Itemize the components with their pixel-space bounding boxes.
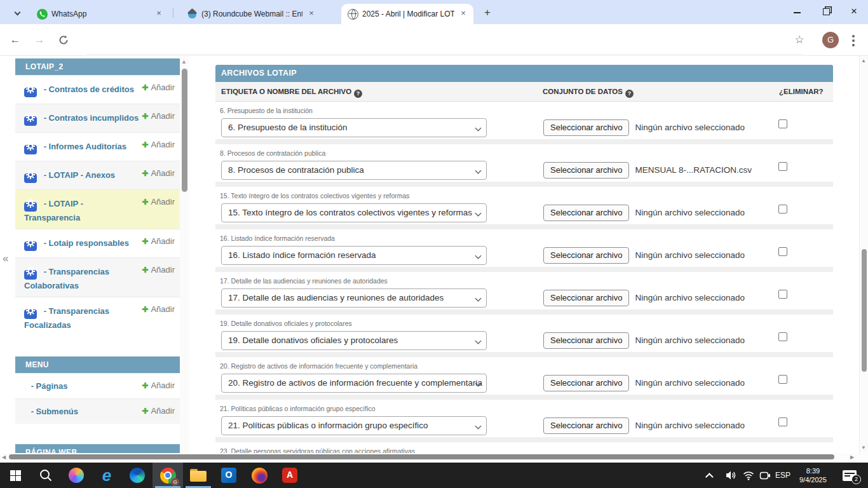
scroll-left-icon[interactable] (2, 454, 6, 460)
sidebar-item-label: - Páginas (31, 381, 68, 391)
sidebar-collapse-button[interactable] (3, 252, 8, 265)
eliminar-checkbox[interactable] (778, 417, 787, 426)
add-link[interactable]: Añadir (142, 196, 175, 208)
seleccionar-archivo-button[interactable]: Seleccionar archivo (543, 417, 629, 434)
file-status-text: Ningún archivo seleccionado (635, 378, 745, 388)
sidebar-item-lotaip-transparencia[interactable]: Añadir - LOTAIP - Transparencia (15, 189, 180, 229)
add-link[interactable]: Añadir (142, 139, 175, 151)
add-link[interactable]: Añadir (142, 264, 175, 276)
add-link[interactable]: Añadir (142, 168, 175, 179)
add-link[interactable]: Añadir (142, 111, 175, 122)
close-window-button[interactable] (840, 0, 868, 24)
add-link[interactable]: Añadir (142, 236, 175, 247)
browser-toolbar: sanjuan.gob.ec/admin/lotaip_2/lotaipv2/2… (0, 24, 868, 56)
sidebar-item-contratos-creditos[interactable]: Añadir - Contratos de créditos (15, 75, 180, 104)
archivo-select[interactable]: 21. Políticas públicas o información gru… (221, 416, 487, 435)
sidebar-scrollbar[interactable] (180, 56, 189, 453)
archivo-select[interactable]: 8. Procesos de contratación publica (221, 161, 487, 180)
new-tab-button[interactable] (480, 6, 494, 20)
eliminar-checkbox[interactable] (778, 162, 787, 171)
bookmark-star-icon[interactable] (792, 32, 807, 48)
back-button[interactable] (8, 32, 23, 48)
seleccionar-archivo-button[interactable]: Seleccionar archivo (543, 247, 629, 264)
page-horizontal-scrollbar[interactable] (0, 453, 868, 461)
taskbar-chrome-button[interactable]: G (153, 463, 183, 488)
forward-button[interactable] (32, 32, 47, 48)
tray-notification-button[interactable]: 2 (843, 463, 857, 488)
browser-menu-icon[interactable] (852, 35, 855, 37)
tray-clock[interactable]: 8:39 9/4/2025 (799, 463, 827, 488)
sidebar-item-transparencias-colaborativas[interactable]: Añadir - Transparencias Colaborativas (15, 257, 180, 297)
notification-icon: 2 (843, 470, 857, 481)
sidebar-item-contratos-incumplidos[interactable]: Añadir - Contratos incumplidos (15, 104, 180, 132)
sidebar-item-label: - Transparencias Focalizadas (24, 306, 109, 330)
seleccionar-archivo-button[interactable]: Seleccionar archivo (543, 290, 629, 306)
tray-wifi-button[interactable] (743, 463, 754, 488)
start-button[interactable] (0, 463, 31, 488)
reload-button[interactable] (56, 32, 71, 48)
eliminar-checkbox[interactable] (778, 247, 787, 256)
scroll-up-icon[interactable] (181, 58, 187, 65)
browser-titlebar: WhatsApp (3) Roundcube Webmail :: Entra … (0, 0, 868, 24)
gear-icon (24, 236, 37, 252)
tray-show-hidden-button[interactable] (708, 463, 714, 488)
eliminar-checkbox[interactable] (778, 205, 787, 214)
tray-volume-button[interactable] (726, 463, 737, 488)
sidebar-item-transparencias-focalizadas[interactable]: Añadir - Transparencias Focalizadas (15, 297, 180, 336)
page-vertical-scrollbar[interactable] (859, 56, 868, 453)
eliminar-checkbox[interactable] (778, 375, 787, 384)
archivo-select[interactable]: 6. Presupuesto de la institución (221, 118, 487, 137)
sidebar-item-submenus[interactable]: Añadir - Submenús (15, 398, 180, 424)
scrollbar-thumb[interactable] (9, 454, 834, 459)
tab-search-button[interactable] (10, 6, 24, 20)
seleccionar-archivo-button[interactable]: Seleccionar archivo (543, 162, 629, 179)
add-link[interactable]: Añadir (142, 304, 175, 315)
tab-roundcube[interactable]: (3) Roundcube Webmail :: Entra (180, 4, 322, 24)
scrollbar-thumb[interactable] (862, 249, 867, 372)
taskbar-edge-button[interactable] (122, 463, 153, 488)
sidebar-item-lotaip-anexos[interactable]: Añadir - LOTAIP - Anexos (15, 161, 180, 189)
scrollbar-thumb[interactable] (182, 69, 187, 192)
tab-lotaip-active[interactable]: 2025 - Abril | Modificar LOTAIP (341, 4, 473, 24)
taskbar-acrobat-button[interactable] (275, 463, 305, 488)
restore-button[interactable] (812, 0, 840, 24)
tray-language-indicator[interactable]: ESP (775, 463, 790, 488)
sidebar-item-paginas[interactable]: Añadir - Páginas (15, 373, 180, 398)
taskbar-firefox-button[interactable] (244, 463, 275, 488)
add-link[interactable]: Añadir (142, 82, 175, 93)
close-icon[interactable] (306, 9, 316, 19)
eliminar-checkbox[interactable] (778, 290, 787, 299)
taskbar-ie-button[interactable] (92, 463, 122, 488)
tab-whatsapp[interactable]: WhatsApp (31, 4, 169, 24)
archivo-select[interactable]: 16. Listado índice formación reservada (221, 246, 487, 265)
sidebar-item-informes-auditorias[interactable]: Añadir - Informes Auditorías (15, 132, 180, 161)
close-icon[interactable] (154, 9, 164, 19)
archivo-select[interactable]: 15. Texto íntegro de los contratos colec… (221, 203, 487, 222)
eliminar-checkbox[interactable] (778, 332, 787, 341)
close-icon[interactable] (458, 9, 468, 19)
seleccionar-archivo-button[interactable]: Seleccionar archivo (543, 332, 629, 349)
chevron-down-icon (475, 210, 482, 217)
seleccionar-archivo-button[interactable]: Seleccionar archivo (543, 375, 629, 391)
add-link[interactable]: Añadir (142, 380, 175, 391)
scroll-up-icon[interactable] (861, 58, 866, 64)
plus-icon (142, 304, 148, 314)
seleccionar-archivo-button[interactable]: Seleccionar archivo (543, 119, 629, 136)
eliminar-checkbox[interactable] (778, 119, 787, 128)
taskbar-copilot-button[interactable] (61, 463, 92, 488)
taskbar-outlook-button[interactable] (214, 463, 244, 488)
scroll-right-icon[interactable] (850, 454, 854, 460)
tray-meet-now-button[interactable] (759, 463, 771, 488)
clock-date: 9/4/2025 (799, 475, 827, 484)
archivo-select[interactable]: 17. Detalle de las audiencias y reunione… (221, 288, 487, 308)
add-link[interactable]: Añadir (142, 405, 175, 417)
minimize-button[interactable] (783, 0, 811, 24)
profile-avatar[interactable]: G (822, 32, 839, 48)
seleccionar-archivo-button[interactable]: Seleccionar archivo (543, 205, 629, 221)
taskbar-search-button[interactable] (31, 463, 61, 488)
archivo-select[interactable]: 20. Registro de activos de información f… (221, 374, 487, 393)
sidebar-item-lotaip-responsables[interactable]: Añadir - Lotaip responsables (15, 229, 180, 257)
scroll-down-icon[interactable] (861, 445, 866, 451)
archivo-select[interactable]: 19. Detalle donativos oficiales y protoc… (221, 331, 487, 350)
taskbar-explorer-button[interactable] (183, 463, 214, 488)
